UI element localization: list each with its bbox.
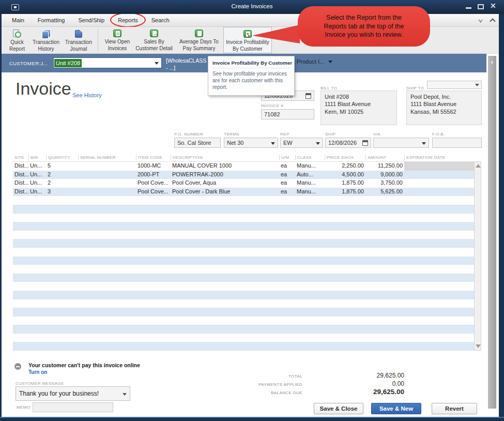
table-cell[interactable] [325, 214, 365, 222]
table-cell[interactable] [46, 308, 78, 317]
table-cell[interactable] [28, 291, 46, 299]
table-cell[interactable] [28, 265, 46, 274]
table-cell[interactable]: 2 [46, 179, 78, 188]
table-cell[interactable] [365, 325, 404, 334]
table-cell[interactable] [295, 334, 325, 342]
table-cell[interactable]: 5 [46, 162, 78, 171]
table-cell[interactable] [325, 317, 365, 325]
table-cell[interactable]: ea [279, 179, 295, 188]
table-cell[interactable]: Pool Cover - Dark Blue [171, 188, 279, 197]
table-cell[interactable] [78, 265, 136, 274]
table-cell[interactable] [13, 291, 28, 299]
table-cell[interactable] [46, 299, 78, 308]
column-header[interactable]: DESCRIPTION [171, 155, 279, 160]
table-cell[interactable] [78, 291, 136, 299]
table-cell[interactable] [404, 239, 481, 248]
table-cell[interactable]: ea [279, 188, 295, 197]
table-cell[interactable] [78, 257, 136, 265]
table-cell[interactable]: 2000-PT [136, 171, 171, 179]
table-cell[interactable] [78, 231, 136, 239]
table-cell[interactable]: Dist... [13, 162, 28, 171]
table-cell[interactable]: Manu... [295, 162, 325, 171]
column-header[interactable]: SITE [13, 155, 28, 160]
table-row[interactable] [13, 317, 481, 325]
table-cell[interactable] [136, 222, 171, 231]
table-cell[interactable] [13, 239, 28, 248]
close-button[interactable]: ✕ [490, 2, 496, 9]
chevron-down-icon[interactable] [271, 142, 275, 145]
table-cell[interactable] [295, 222, 325, 231]
table-cell[interactable] [404, 282, 481, 291]
table-row[interactable] [13, 325, 481, 334]
table-cell[interactable] [325, 257, 365, 265]
table-cell[interactable] [171, 214, 279, 222]
table-cell[interactable] [325, 291, 365, 299]
expand-panel-icon[interactable]: ‹ [488, 58, 496, 66]
table-cell[interactable] [404, 257, 481, 265]
save-close-button[interactable]: Save & Close [314, 403, 363, 414]
chevron-down-icon[interactable] [422, 142, 426, 145]
invoice-number-field[interactable]: 71082 [261, 109, 314, 119]
table-cell[interactable] [171, 257, 279, 265]
table-cell[interactable]: Pool Cover, Aqua [171, 179, 279, 188]
table-cell[interactable] [279, 257, 295, 265]
table-cell[interactable] [171, 317, 279, 325]
table-cell[interactable] [279, 308, 295, 317]
table-cell[interactable] [28, 222, 46, 231]
table-cell[interactable] [325, 342, 365, 351]
table-cell[interactable]: Manu... [295, 179, 325, 188]
table-cell[interactable] [136, 342, 171, 351]
table-cell[interactable] [279, 196, 295, 205]
table-cell[interactable] [325, 222, 365, 231]
table-cell[interactable]: Manu... [295, 188, 325, 197]
table-cell[interactable] [279, 222, 295, 231]
table-row[interactable] [13, 239, 481, 248]
column-header[interactable]: BIN [28, 155, 46, 160]
table-cell[interactable]: 2 [46, 171, 78, 179]
table-cell[interactable] [171, 325, 279, 334]
table-cell[interactable] [365, 342, 404, 351]
table-cell[interactable] [365, 282, 404, 291]
table-cell[interactable] [295, 214, 325, 222]
table-cell[interactable]: 3,750.00 [365, 179, 404, 188]
table-cell[interactable] [279, 248, 295, 257]
table-cell[interactable] [28, 257, 46, 265]
table-cell[interactable] [325, 196, 365, 205]
table-cell[interactable] [295, 205, 325, 214]
table-cell[interactable] [404, 179, 481, 188]
column-header[interactable]: EXPIRATION DATE [404, 155, 481, 160]
table-cell[interactable] [365, 308, 404, 317]
table-cell[interactable]: Dist... [13, 171, 28, 179]
table-cell[interactable] [13, 214, 28, 222]
table-cell[interactable] [136, 334, 171, 342]
chevron-down-icon[interactable] [123, 393, 127, 396]
table-cell[interactable] [325, 265, 365, 274]
table-cell[interactable] [171, 282, 279, 291]
table-cell[interactable] [279, 274, 295, 282]
table-cell[interactable] [46, 325, 78, 334]
column-header[interactable]: PRICE EACH [325, 155, 365, 160]
table-cell[interactable] [365, 299, 404, 308]
table-cell[interactable] [46, 317, 78, 325]
see-history-link[interactable]: See History [72, 92, 102, 98]
table-cell[interactable] [13, 308, 28, 317]
table-cell[interactable] [46, 265, 78, 274]
table-cell[interactable] [78, 171, 136, 179]
table-cell[interactable] [13, 196, 28, 205]
table-row[interactable] [13, 265, 481, 274]
table-cell[interactable] [404, 342, 481, 351]
table-cell[interactable] [46, 222, 78, 231]
table-cell[interactable] [325, 282, 365, 291]
table-cell[interactable] [46, 282, 78, 291]
table-cell[interactable] [78, 282, 136, 291]
table-cell[interactable] [28, 205, 46, 214]
table-cell[interactable]: Dist... [13, 188, 28, 197]
table-cell[interactable] [78, 325, 136, 334]
table-cell[interactable]: Un... [28, 179, 46, 188]
table-cell[interactable] [325, 205, 365, 214]
table-cell[interactable] [404, 334, 481, 342]
table-cell[interactable] [279, 299, 295, 308]
table-cell[interactable] [46, 274, 78, 282]
table-cell[interactable] [279, 342, 295, 351]
table-cell[interactable] [279, 325, 295, 334]
